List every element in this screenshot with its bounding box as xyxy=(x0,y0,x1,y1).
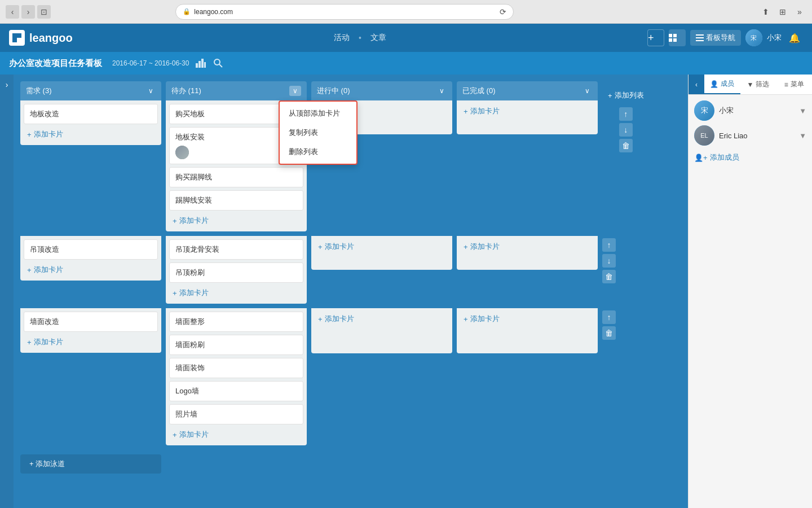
board-toolbar: 办公室改造项目任务看板 2016-06-17 ~ 2016-06-30 xyxy=(0,52,812,75)
card-wall[interactable]: 墙面改造 xyxy=(24,312,158,332)
svg-rect-12 xyxy=(201,59,204,68)
demand-body-row2: 吊顶改造 + 添加卡片 xyxy=(20,236,161,281)
delete-row-button[interactable]: 🗑 xyxy=(619,139,633,152)
row2-move-up[interactable]: ↑ xyxy=(602,238,616,252)
user-avatar[interactable]: 宋 xyxy=(745,29,762,46)
card-diban[interactable]: 地板改造 xyxy=(24,104,158,124)
member-filter-ericliao[interactable]: ▼ xyxy=(799,132,806,140)
browser-chrome: ‹ › ⊡ 🔒 leangoo.com ⟳ ⬆ ⊞ » xyxy=(0,0,812,24)
svg-rect-13 xyxy=(204,62,206,68)
url-text: leangoo.com xyxy=(194,8,233,16)
sidebar-collapse-button[interactable]: ‹ xyxy=(689,75,704,94)
address-bar[interactable]: 🔒 leangoo.com ⟳ xyxy=(175,4,514,20)
plus-icon: + xyxy=(318,315,323,323)
browser-action-buttons: ⬆ ⊞ » xyxy=(759,5,806,19)
pending-add-card-button[interactable]: + 添加卡片 xyxy=(169,213,303,228)
demand-add-card-button[interactable]: + 添加卡片 xyxy=(24,127,158,142)
inprogress-column-header: 进行中 (0) ∨ xyxy=(311,81,452,100)
svg-rect-8 xyxy=(696,37,704,38)
share-button[interactable]: ⬆ xyxy=(759,5,773,19)
pending-body-row3: 墙面整形 墙面粉刷 墙面装饰 Logo墙 照片墙 + 添加卡片 xyxy=(166,308,307,445)
browser-nav-buttons: ‹ › ⊡ xyxy=(6,5,51,19)
svg-rect-6 xyxy=(673,38,677,42)
inprogress-add-card-row3[interactable]: + 添加卡片 xyxy=(315,312,449,326)
card-wall-shape[interactable]: 墙面整形 xyxy=(169,312,303,332)
member-info-ericliao: EL Eric Liao xyxy=(694,125,748,146)
svg-rect-4 xyxy=(673,34,677,37)
row3-controls: ↑ 🗑 xyxy=(602,308,616,340)
plus-icon: + xyxy=(27,130,32,139)
tab-members[interactable]: 👤 成员 xyxy=(704,75,740,94)
add-list-button[interactable]: + 添加列表 xyxy=(602,86,650,105)
done-add-card-row2[interactable]: + 添加卡片 xyxy=(460,239,594,254)
board-nav-button[interactable]: 看板导航 xyxy=(690,30,741,46)
pending-add-card-row2[interactable]: + 添加卡片 xyxy=(169,286,303,300)
dropdown-copy-list[interactable]: 复制列表 xyxy=(280,123,356,142)
move-up-button[interactable]: ↑ xyxy=(619,107,633,121)
pending-column-expand[interactable]: ∨ xyxy=(289,86,301,96)
tab-filter[interactable]: ▼ 筛选 xyxy=(740,75,776,94)
inprogress-body-row3: + 添加卡片 xyxy=(311,308,452,353)
card-ceiling-paint[interactable]: 吊顶粉刷 xyxy=(169,262,303,283)
logo[interactable]: leangoo xyxy=(9,30,73,46)
add-button[interactable]: + xyxy=(647,29,664,46)
new-tab-button[interactable]: ⊞ xyxy=(776,5,789,19)
pending-col-row3: 墙面整形 墙面粉刷 墙面装饰 Logo墙 照片墙 + 添加卡片 xyxy=(166,308,307,445)
done-body-row2: + 添加卡片 xyxy=(457,236,598,270)
done-add-card-button[interactable]: + 添加卡片 xyxy=(460,104,594,119)
add-lane-container: + 添加泳道 xyxy=(20,450,681,478)
nav-articles[interactable]: 文章 xyxy=(370,33,386,43)
members-icon: 👤 xyxy=(710,80,718,88)
member-item-ericliao: EL Eric Liao ▼ xyxy=(694,125,806,146)
tab-menu[interactable]: ≡ 菜单 xyxy=(776,75,812,94)
extend-button[interactable]: » xyxy=(793,5,806,19)
move-down-button[interactable]: ↓ xyxy=(619,123,633,137)
dropdown-menu: 从顶部添加卡片 复制列表 删除列表 xyxy=(279,100,358,165)
done-col-row3: + 添加卡片 xyxy=(457,308,598,353)
svg-point-14 xyxy=(214,59,220,65)
pending-add-card-row3[interactable]: + 添加卡片 xyxy=(169,427,303,442)
demand-add-card-row3[interactable]: + 添加卡片 xyxy=(24,335,158,349)
reload-button[interactable]: ⟳ xyxy=(500,7,506,16)
row3-move-up[interactable]: ↑ xyxy=(602,310,616,324)
nav-activity[interactable]: 活动 xyxy=(334,33,350,43)
card-install-baseboard[interactable]: 踢脚线安装 xyxy=(169,190,303,211)
plus-icon: + xyxy=(173,431,177,439)
search-button[interactable] xyxy=(213,58,224,69)
sidebar-toggle[interactable]: › xyxy=(0,75,14,508)
member-filter-xiaosong[interactable]: ▼ xyxy=(799,107,806,115)
demand-add-card-row2[interactable]: + 添加卡片 xyxy=(24,262,158,277)
pending-column: 待办 (11) ∨ 购买地板 地板安装 ≡0/4 xyxy=(166,81,307,231)
card-photo-wall[interactable]: 照片墙 xyxy=(169,404,303,424)
card-wall-paint[interactable]: 墙面粉刷 xyxy=(169,335,303,355)
card-ceiling-frame[interactable]: 吊顶龙骨安装 xyxy=(169,239,303,260)
row2-delete[interactable]: 🗑 xyxy=(602,270,616,283)
row3-delete[interactable]: 🗑 xyxy=(602,326,616,340)
inprogress-column-expand[interactable]: ∨ xyxy=(437,86,447,96)
done-column-expand[interactable]: ∨ xyxy=(582,86,592,96)
add-member-button[interactable]: 👤+ 添加成员 xyxy=(694,150,806,165)
demand-column-expand[interactable]: ∨ xyxy=(146,86,156,96)
card-ceiling[interactable]: 吊顶改造 xyxy=(24,239,158,260)
done-add-card-row3[interactable]: + 添加卡片 xyxy=(460,312,594,326)
forward-button[interactable]: › xyxy=(21,5,35,19)
chart-button[interactable] xyxy=(195,58,207,69)
plus-icon: + xyxy=(173,217,177,225)
grid-view-button[interactable] xyxy=(669,29,686,46)
card-logo-wall[interactable]: Logo墙 xyxy=(169,381,303,401)
card-wall-decor[interactable]: 墙面装饰 xyxy=(169,358,303,378)
menu-icon: ≡ xyxy=(784,81,788,89)
add-lane-button[interactable]: + 添加泳道 xyxy=(20,454,161,474)
pending-col-row2: 吊顶龙骨安装 吊顶粉刷 + 添加卡片 xyxy=(166,236,307,304)
card-buy-baseboard[interactable]: 购买踢脚线 xyxy=(169,167,303,187)
dropdown-delete-list[interactable]: 删除列表 xyxy=(280,142,356,161)
notification-button[interactable]: 🔔 xyxy=(786,29,803,46)
maximize-button[interactable]: ⊡ xyxy=(37,5,51,19)
row2-move-down[interactable]: ↓ xyxy=(602,254,616,268)
inprogress-add-card-row2[interactable]: + 添加卡片 xyxy=(315,239,449,254)
sidebar-tabs: ‹ 👤 成员 ▼ 筛选 ≡ 菜单 xyxy=(689,75,812,95)
back-button[interactable]: ‹ xyxy=(6,5,19,19)
svg-rect-9 xyxy=(696,40,704,41)
dropdown-add-from-top[interactable]: 从顶部添加卡片 xyxy=(280,104,356,123)
logo-text: leangoo xyxy=(29,32,73,45)
